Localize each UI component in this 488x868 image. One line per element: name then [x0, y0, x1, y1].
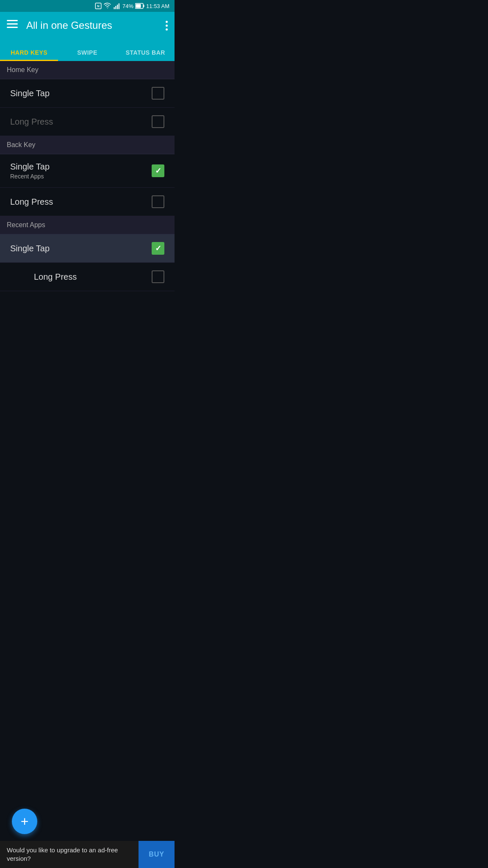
svg-rect-11 — [7, 27, 18, 28]
home-single-tap-title: Single Tap — [10, 89, 50, 98]
svg-rect-9 — [7, 20, 18, 21]
back-single-tap-title: Single Tap — [10, 162, 50, 172]
content-area: Home Key Single Tap Long Press Back Key … — [0, 61, 175, 291]
svg-rect-7 — [144, 5, 144, 7]
back-long-press-content: Long Press — [10, 197, 53, 207]
toolbar: All in one Gestures — [0, 12, 175, 39]
svg-rect-3 — [115, 6, 116, 9]
svg-rect-2 — [114, 7, 115, 9]
home-long-press-item[interactable]: Long Press — [0, 108, 175, 136]
back-single-tap-content: Single Tap Recent Apps — [10, 162, 50, 180]
back-single-tap-subtitle: Recent Apps — [10, 173, 50, 180]
recent-single-tap-checkbox[interactable] — [152, 242, 164, 255]
toolbar-left: All in one Gestures — [7, 19, 112, 31]
recent-single-tap-item[interactable]: Single Tap — [0, 234, 175, 263]
recent-single-tap-content: Single Tap — [10, 244, 50, 253]
recent-single-tap-title: Single Tap — [10, 244, 50, 253]
banner-text: Would you like to upgrade to an ad-free … — [0, 841, 139, 868]
add-fab-button[interactable]: + — [12, 809, 37, 834]
wifi-icon — [104, 2, 111, 10]
home-key-section-header: Home Key — [0, 61, 175, 79]
home-long-press-title: Long Press — [10, 117, 53, 127]
nfc-icon: N — [94, 2, 102, 10]
tabs-bar: HARD KEYS SWIPE STATUS BAR — [0, 39, 175, 61]
status-icons: N 74% 11:53 AM — [94, 2, 169, 10]
recent-long-press-item[interactable]: Long Press — [0, 263, 175, 291]
home-single-tap-item[interactable]: Single Tap — [0, 79, 175, 108]
time: 11:53 AM — [146, 3, 169, 9]
home-long-press-checkbox[interactable] — [152, 115, 164, 128]
battery-percentage: 74% — [122, 3, 133, 9]
recent-apps-label: Recent Apps — [7, 221, 45, 228]
home-long-press-content: Long Press — [10, 117, 53, 127]
buy-button[interactable]: BUY — [139, 841, 175, 868]
battery-icon — [135, 3, 144, 9]
back-long-press-item[interactable]: Long Press — [0, 188, 175, 216]
tab-status-bar[interactable]: STATUS BAR — [116, 43, 175, 61]
recent-long-press-title: Long Press — [34, 272, 77, 282]
back-key-label: Back Key — [7, 141, 36, 148]
recent-long-press-checkbox[interactable] — [152, 270, 164, 283]
upgrade-banner: Would you like to upgrade to an ad-free … — [0, 841, 175, 868]
home-single-tap-content: Single Tap — [10, 89, 50, 98]
back-single-tap-checkbox[interactable] — [152, 164, 164, 177]
more-options-icon[interactable] — [166, 21, 168, 31]
recent-long-press-content: Long Press — [34, 272, 77, 282]
home-single-tap-checkbox[interactable] — [152, 87, 164, 100]
hamburger-icon[interactable] — [7, 20, 18, 31]
svg-rect-4 — [117, 5, 118, 9]
svg-rect-8 — [136, 4, 141, 8]
back-key-section-header: Back Key — [0, 136, 175, 154]
svg-rect-5 — [119, 3, 119, 9]
signal-icon — [113, 2, 121, 10]
tab-swipe[interactable]: SWIPE — [58, 43, 116, 61]
plus-icon: + — [21, 815, 29, 828]
back-long-press-checkbox[interactable] — [152, 195, 164, 208]
tab-hard-keys[interactable]: HARD KEYS — [0, 43, 58, 61]
recent-apps-section-header: Recent Apps — [0, 216, 175, 234]
back-long-press-title: Long Press — [10, 197, 53, 207]
svg-rect-10 — [7, 23, 18, 25]
app-title: All in one Gestures — [26, 19, 112, 31]
back-single-tap-item[interactable]: Single Tap Recent Apps — [0, 154, 175, 188]
svg-text:N: N — [97, 4, 99, 8]
home-key-label: Home Key — [7, 66, 39, 73]
status-bar: N 74% 11:53 AM — [0, 0, 175, 12]
